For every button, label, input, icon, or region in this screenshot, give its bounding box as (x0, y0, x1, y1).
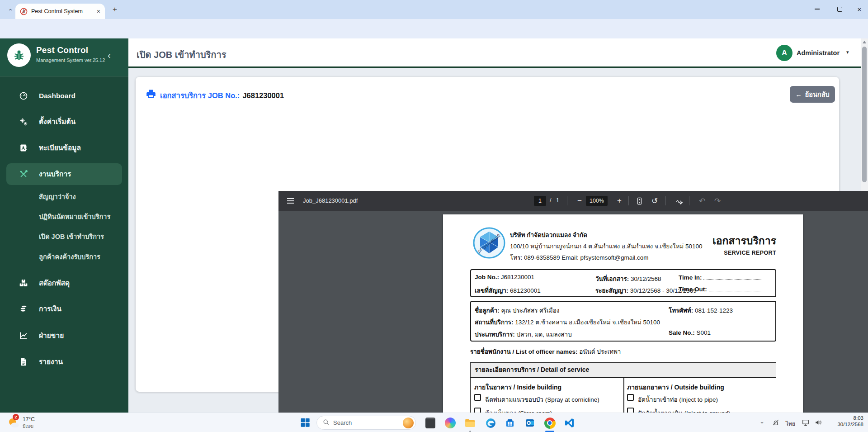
speaker-icon[interactable] (814, 418, 823, 427)
company-contact: โทร: 089-6358589 Email: pfsystemsoft@gma… (510, 252, 648, 262)
taskbar-app-vscode-icon[interactable] (563, 417, 576, 429)
pdf-menu-hamburger-icon[interactable] (285, 195, 296, 206)
tab-close-icon[interactable]: × (97, 8, 100, 15)
checkbox (474, 394, 481, 401)
taskbar-search-box[interactable]: Search (316, 416, 416, 430)
sidebar-collapse-chevron-icon[interactable]: ‹ (108, 50, 111, 61)
boxes-icon (19, 279, 28, 288)
sidebar-subitem-contracts[interactable]: สัญญาว่าจ้าง (39, 187, 125, 207)
window-close-button[interactable]: × (852, 3, 867, 15)
sidebar-item-service-jobs-active[interactable]: งานบริการ (6, 163, 122, 185)
phone-value: 081-152-1223 (695, 307, 733, 314)
phone-label: โทรศัพท์: (669, 307, 693, 314)
taskbar-app-store-icon[interactable] (504, 417, 516, 429)
notification-badge: 2 (13, 414, 19, 420)
location-label: สถานที่บริการ: (475, 319, 513, 326)
sidebar-item-label: ทะเบียนข้อมูล (39, 137, 81, 159)
address-book-icon (19, 143, 28, 152)
company-address: 100/10 หมู่บ้านกาญจน์กนก 4 ต.สันกำแพง อ.… (510, 241, 703, 251)
taskbar-app-chrome-icon[interactable] (543, 417, 556, 429)
taskbar-app-dark-window-icon[interactable] (424, 417, 437, 429)
window-maximize-button[interactable] (832, 3, 847, 15)
clock-time: 8:03 (829, 415, 863, 421)
sidebar-item-stock[interactable]: สต๊อกพัสดุ (0, 272, 128, 294)
document-header-label: เอกสารบริการ JOB No.: (160, 91, 240, 100)
checklist-item: อัดน้ำยาเข้าท่อ (Inject to pipe) (627, 394, 772, 403)
taskbar-app-outlook-icon[interactable] (524, 417, 536, 429)
sidebar-item-initial-settings[interactable]: ตั้งค่าเริ่มต้น (0, 111, 128, 133)
start-button[interactable] (300, 418, 310, 427)
sidebar-subitem-appointment-calendar[interactable]: ปฏิทินนัดหมายเข้าบริการ (39, 207, 125, 227)
service-type-value: ปลวก, มด, แมลงสาบ (517, 331, 572, 338)
taskbar-app-file-explorer-icon[interactable] (464, 417, 476, 429)
taskbar-clock[interactable]: 8:03 30/12/2568 (829, 415, 863, 427)
contract-no-label: เลขที่สัญญา: (475, 287, 508, 294)
scrollbar-thumb[interactable] (862, 47, 867, 182)
sidebar-item-sales[interactable]: ฝ่ายขาย (0, 325, 128, 347)
site-favicon-bug-icon (20, 8, 28, 15)
pdf-zoom-level[interactable]: 100% (586, 196, 608, 206)
print-icon[interactable] (146, 89, 156, 100)
pdf-toolbar: Job_J681230001.pdf 1 / 1 − 100% + ↺ ↶ ↷ … (278, 191, 868, 211)
contract-period-label: ระยะสัญญา: (595, 287, 628, 294)
contract-no-value: 681230001 (510, 287, 541, 294)
pdf-page-input[interactable]: 1 (534, 196, 546, 206)
browser-tab-strip: › Pest Control System × + × (0, 0, 868, 19)
pdf-rotate-icon[interactable]: ↺ (649, 195, 660, 206)
pdf-filename: Job_J681230001.pdf (303, 197, 358, 204)
taskbar-app-copilot-icon[interactable] (444, 417, 457, 429)
time-out-label: Time Out: (679, 286, 707, 293)
sidebar-brand-header: Pest Control Management System ver.25.12… (0, 38, 128, 76)
taskbar-weather-widget[interactable]: 2 17°C มีเมฆ (5, 415, 59, 431)
scrollbar-up-arrow[interactable] (863, 41, 866, 43)
pdf-zoom-in-button[interactable]: + (614, 195, 625, 206)
user-avatar[interactable]: A (776, 45, 793, 61)
officers-line: รายชื่อพนักงาน / List of officer names: … (470, 347, 621, 356)
brand-bug-logo-icon (7, 43, 31, 67)
tray-show-hidden-icons-chevron[interactable]: › (761, 419, 763, 426)
sidebar-item-data-registry[interactable]: ทะเบียนข้อมูล (0, 137, 128, 159)
chevron-down-icon[interactable]: ▾ (846, 49, 849, 55)
back-arrow-icon: ← (795, 91, 802, 98)
toolbar-divider (689, 196, 689, 205)
pdf-viewport[interactable]: pf-systemsoft บริษัท กำจัดปลวกแมลง จำกัด… (278, 211, 868, 432)
sidebar: Pest Control Management System ver.25.12… (0, 38, 128, 413)
sidebar-subitem-open-job[interactable]: เปิด JOB เข้าทำบริการ (39, 227, 125, 247)
document-icon (19, 357, 28, 366)
job-no-label: Job No.: (475, 274, 499, 280)
pdf-redo-icon[interactable]: ↷ (712, 195, 723, 206)
tools-icon (19, 170, 28, 179)
browser-tab[interactable]: Pest Control System × (15, 4, 105, 19)
sidebar-item-reports[interactable]: รายงาน (0, 351, 128, 373)
window-minimize-button[interactable] (809, 3, 825, 15)
search-highlight-weather-icon (403, 418, 414, 428)
toolbar-divider (567, 196, 567, 205)
sidebar-subitem-pending-customers[interactable]: ลูกค้าคงค้างรับบริการ (39, 247, 125, 267)
sidebar-item-finance[interactable]: การเงิน (0, 298, 128, 320)
app-header: เปิด JOB เข้าทำบริการ A Administrator ▾ (128, 38, 861, 68)
document-header-link[interactable]: เอกสารบริการ JOB No.:J681230001 (160, 90, 284, 101)
language-indicator[interactable]: ไทย (786, 419, 795, 428)
taskbar-app-edge-icon[interactable] (484, 417, 497, 429)
user-menu[interactable]: Administrator (797, 49, 840, 57)
outside-building-header: ภายนอกอาคาร / Outside building (627, 382, 724, 392)
windows-taskbar: 2 17°C มีเมฆ Search › ไทย 8:03 30/12/256… (0, 413, 868, 432)
pdf-annotate-pen-icon[interactable] (674, 195, 684, 206)
sidebar-item-label: การเงิน (39, 298, 61, 320)
pdf-fit-page-icon[interactable] (634, 195, 645, 206)
company-name: บริษัท กำจัดปลวกแมลง จำกัด (510, 230, 587, 240)
document-job-number: J681230001 (242, 91, 284, 100)
do-not-disturb-bell-icon[interactable] (771, 418, 780, 427)
pdf-zoom-out-button[interactable]: − (574, 195, 585, 206)
network-icon[interactable] (801, 418, 810, 427)
pdf-page: pf-systemsoft บริษัท กำจัดปลวกแมลง จำกัด… (443, 214, 803, 432)
pdf-undo-icon[interactable]: ↶ (697, 195, 708, 206)
sidebar-item-dashboard[interactable]: Dashboard (0, 85, 128, 107)
company-logo: pf-systemsoft (472, 226, 506, 260)
tab-search-icon[interactable]: › (5, 5, 14, 14)
chart-line-icon (19, 331, 28, 340)
customer-label: ชื่อลูกค้า: (475, 307, 500, 314)
back-button[interactable]: ← ย้อนกลับ (790, 86, 835, 103)
new-tab-button[interactable]: + (110, 5, 119, 14)
browser-toolbar: ← → ↻ pf-clouds.com/pf-pestcontrol/demo/… (0, 19, 868, 38)
